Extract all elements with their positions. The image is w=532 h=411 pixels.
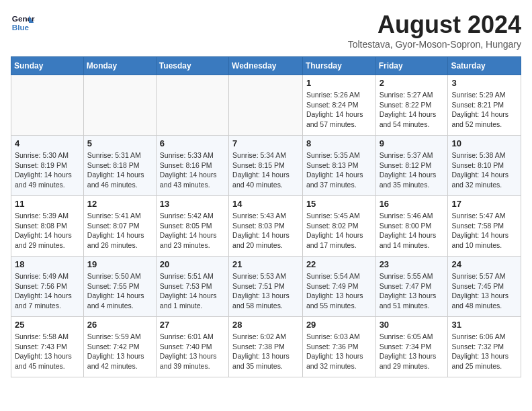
- day-number: 11: [15, 199, 80, 209]
- day-info: Sunrise: 5:29 AM Sunset: 8:21 PM Dayligh…: [451, 90, 517, 130]
- weekday-header: Friday: [375, 57, 448, 75]
- calendar-cell: [11, 75, 84, 136]
- day-info: Sunrise: 5:34 AM Sunset: 8:15 PM Dayligh…: [232, 150, 299, 190]
- month-year-title: August 2024: [348, 11, 521, 39]
- day-info: Sunrise: 5:43 AM Sunset: 8:03 PM Dayligh…: [232, 211, 299, 250]
- day-number: 25: [15, 320, 80, 330]
- calendar-cell: 3Sunrise: 5:29 AM Sunset: 8:21 PM Daylig…: [448, 75, 521, 136]
- calendar-cell: 10Sunrise: 5:38 AM Sunset: 8:10 PM Dayli…: [448, 136, 521, 196]
- day-info: Sunrise: 5:46 AM Sunset: 8:00 PM Dayligh…: [380, 211, 445, 250]
- day-number: 7: [232, 138, 299, 148]
- calendar-cell: 20Sunrise: 5:51 AM Sunset: 7:53 PM Dayli…: [156, 257, 228, 317]
- day-info: Sunrise: 6:06 AM Sunset: 7:32 PM Dayligh…: [451, 332, 517, 371]
- day-number: 15: [306, 199, 372, 209]
- calendar-week-row: 18Sunrise: 5:49 AM Sunset: 7:56 PM Dayli…: [11, 257, 521, 317]
- weekday-header: Saturday: [448, 57, 521, 75]
- calendar-cell: 21Sunrise: 5:53 AM Sunset: 7:51 PM Dayli…: [229, 257, 303, 317]
- day-info: Sunrise: 5:27 AM Sunset: 8:22 PM Dayligh…: [380, 90, 445, 130]
- calendar-cell: 5Sunrise: 5:31 AM Sunset: 8:18 PM Daylig…: [83, 136, 156, 196]
- calendar-cell: 17Sunrise: 5:47 AM Sunset: 7:58 PM Dayli…: [448, 196, 521, 257]
- day-info: Sunrise: 5:53 AM Sunset: 7:51 PM Dayligh…: [232, 271, 299, 311]
- weekday-header: Sunday: [11, 57, 84, 75]
- day-info: Sunrise: 6:03 AM Sunset: 7:36 PM Dayligh…: [306, 332, 372, 371]
- day-number: 5: [87, 138, 152, 148]
- day-number: 8: [306, 138, 372, 148]
- weekday-header: Thursday: [302, 57, 375, 75]
- day-number: 28: [232, 320, 299, 330]
- day-info: Sunrise: 5:38 AM Sunset: 8:10 PM Dayligh…: [451, 150, 517, 190]
- calendar-cell: 26Sunrise: 5:59 AM Sunset: 7:42 PM Dayli…: [83, 317, 156, 377]
- day-number: 22: [306, 259, 372, 269]
- calendar-cell: 11Sunrise: 5:39 AM Sunset: 8:08 PM Dayli…: [11, 196, 84, 257]
- calendar-cell: 9Sunrise: 5:37 AM Sunset: 8:12 PM Daylig…: [375, 136, 448, 196]
- day-info: Sunrise: 5:51 AM Sunset: 7:53 PM Dayligh…: [160, 271, 225, 311]
- day-number: 26: [87, 320, 152, 330]
- weekday-header: Wednesday: [229, 57, 303, 75]
- day-number: 4: [15, 138, 80, 148]
- day-number: 1: [306, 78, 372, 88]
- page-header: General Blue August 2024 Toltestava, Gyo…: [11, 11, 521, 50]
- day-number: 6: [160, 138, 225, 148]
- location-subtitle: Toltestava, Gyor-Moson-Sopron, Hungary: [348, 39, 521, 50]
- day-info: Sunrise: 5:41 AM Sunset: 8:07 PM Dayligh…: [87, 211, 152, 250]
- calendar-cell: 8Sunrise: 5:35 AM Sunset: 8:13 PM Daylig…: [302, 136, 375, 196]
- calendar-cell: 22Sunrise: 5:54 AM Sunset: 7:49 PM Dayli…: [302, 257, 375, 317]
- day-info: Sunrise: 5:55 AM Sunset: 7:47 PM Dayligh…: [380, 271, 445, 311]
- day-info: Sunrise: 5:58 AM Sunset: 7:43 PM Dayligh…: [15, 332, 80, 371]
- calendar-cell: 30Sunrise: 6:05 AM Sunset: 7:34 PM Dayli…: [375, 317, 448, 377]
- day-info: Sunrise: 6:02 AM Sunset: 7:38 PM Dayligh…: [232, 332, 299, 371]
- day-number: 9: [380, 138, 445, 148]
- day-info: Sunrise: 5:59 AM Sunset: 7:42 PM Dayligh…: [87, 332, 152, 371]
- calendar-cell: [156, 75, 228, 136]
- day-info: Sunrise: 5:54 AM Sunset: 7:49 PM Dayligh…: [306, 271, 372, 311]
- calendar-cell: 2Sunrise: 5:27 AM Sunset: 8:22 PM Daylig…: [375, 75, 448, 136]
- calendar-week-row: 4Sunrise: 5:30 AM Sunset: 8:19 PM Daylig…: [11, 136, 521, 196]
- day-number: 24: [451, 259, 517, 269]
- day-number: 17: [451, 199, 517, 209]
- calendar-week-row: 25Sunrise: 5:58 AM Sunset: 7:43 PM Dayli…: [11, 317, 521, 377]
- day-number: 21: [232, 259, 299, 269]
- day-info: Sunrise: 5:30 AM Sunset: 8:19 PM Dayligh…: [15, 150, 80, 190]
- day-info: Sunrise: 6:05 AM Sunset: 7:34 PM Dayligh…: [380, 332, 445, 371]
- day-number: 31: [451, 320, 517, 330]
- day-info: Sunrise: 5:39 AM Sunset: 8:08 PM Dayligh…: [15, 211, 80, 250]
- calendar-cell: 4Sunrise: 5:30 AM Sunset: 8:19 PM Daylig…: [11, 136, 84, 196]
- day-number: 16: [380, 199, 445, 209]
- day-info: Sunrise: 5:47 AM Sunset: 7:58 PM Dayligh…: [451, 211, 517, 250]
- day-info: Sunrise: 5:57 AM Sunset: 7:45 PM Dayligh…: [451, 271, 517, 311]
- calendar-cell: 12Sunrise: 5:41 AM Sunset: 8:07 PM Dayli…: [83, 196, 156, 257]
- calendar-cell: 24Sunrise: 5:57 AM Sunset: 7:45 PM Dayli…: [448, 257, 521, 317]
- day-number: 12: [87, 199, 152, 209]
- calendar-cell: 6Sunrise: 5:33 AM Sunset: 8:16 PM Daylig…: [156, 136, 228, 196]
- calendar-cell: 18Sunrise: 5:49 AM Sunset: 7:56 PM Dayli…: [11, 257, 84, 317]
- day-number: 29: [306, 320, 372, 330]
- weekday-header: Monday: [83, 57, 156, 75]
- day-number: 19: [87, 259, 152, 269]
- day-info: Sunrise: 5:45 AM Sunset: 8:02 PM Dayligh…: [306, 211, 372, 250]
- calendar-cell: 29Sunrise: 6:03 AM Sunset: 7:36 PM Dayli…: [302, 317, 375, 377]
- calendar-week-row: 1Sunrise: 5:26 AM Sunset: 8:24 PM Daylig…: [11, 75, 521, 136]
- calendar-table: SundayMondayTuesdayWednesdayThursdayFrid…: [11, 56, 521, 377]
- day-info: Sunrise: 5:26 AM Sunset: 8:24 PM Dayligh…: [306, 90, 372, 130]
- calendar-cell: 19Sunrise: 5:50 AM Sunset: 7:55 PM Dayli…: [83, 257, 156, 317]
- day-number: 2: [380, 78, 445, 88]
- calendar-cell: 14Sunrise: 5:43 AM Sunset: 8:03 PM Dayli…: [229, 196, 303, 257]
- title-block: August 2024 Toltestava, Gyor-Moson-Sopro…: [348, 11, 521, 50]
- day-number: 10: [451, 138, 517, 148]
- calendar-cell: [229, 75, 303, 136]
- day-info: Sunrise: 5:42 AM Sunset: 8:05 PM Dayligh…: [160, 211, 225, 250]
- calendar-cell: 23Sunrise: 5:55 AM Sunset: 7:47 PM Dayli…: [375, 257, 448, 317]
- calendar-cell: 16Sunrise: 5:46 AM Sunset: 8:00 PM Dayli…: [375, 196, 448, 257]
- calendar-cell: [83, 75, 156, 136]
- day-number: 3: [451, 78, 517, 88]
- weekday-header-row: SundayMondayTuesdayWednesdayThursdayFrid…: [11, 57, 521, 75]
- day-info: Sunrise: 5:35 AM Sunset: 8:13 PM Dayligh…: [306, 150, 372, 190]
- weekday-header: Tuesday: [156, 57, 228, 75]
- calendar-cell: 15Sunrise: 5:45 AM Sunset: 8:02 PM Dayli…: [302, 196, 375, 257]
- day-number: 23: [380, 259, 445, 269]
- calendar-cell: 27Sunrise: 6:01 AM Sunset: 7:40 PM Dayli…: [156, 317, 228, 377]
- calendar-cell: 31Sunrise: 6:06 AM Sunset: 7:32 PM Dayli…: [448, 317, 521, 377]
- svg-text:Blue: Blue: [12, 23, 30, 32]
- logo: General Blue: [11, 11, 35, 35]
- calendar-cell: 25Sunrise: 5:58 AM Sunset: 7:43 PM Dayli…: [11, 317, 84, 377]
